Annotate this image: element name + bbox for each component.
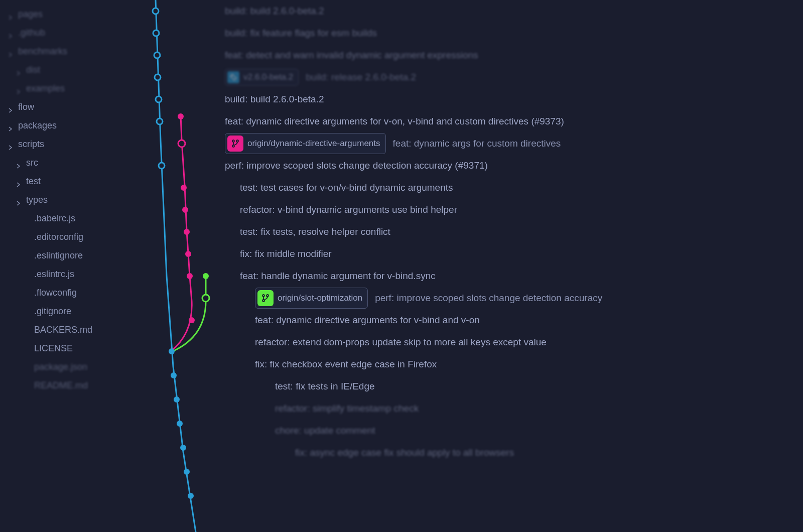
svg-point-20: [187, 273, 193, 279]
svg-point-1: [153, 30, 159, 36]
svg-point-7: [169, 348, 175, 354]
tree-item-packages[interactable]: packages: [0, 116, 141, 135]
commit-row[interactable]: feat: dynamic directive arguments for v-…: [221, 309, 803, 331]
commit-message: build: build 2.6.0-beta.2: [225, 94, 324, 105]
commit-message: feat: dynamic args for custom directives: [393, 138, 561, 149]
svg-point-26: [232, 145, 234, 147]
tree-item-gitignore[interactable]: .gitignore: [0, 302, 141, 321]
tree-item-examples[interactable]: examples: [0, 79, 141, 98]
commit-message: perf: improve scoped slots change detect…: [375, 293, 602, 304]
branch-badge[interactable]: origin/dynamic-directive-arguments: [225, 133, 386, 154]
tree-item-types[interactable]: types: [0, 191, 141, 209]
tree-item-flow[interactable]: flow: [0, 98, 141, 116]
tree-item-eslintrcjs[interactable]: .eslintrc.js: [0, 265, 141, 284]
commit-row[interactable]: fix: async edge case fix should apply to…: [221, 442, 803, 464]
commit-row[interactable]: fix: fix checkbox event edge case in Fir…: [221, 353, 803, 375]
tree-item-label: packages: [18, 120, 57, 131]
commit-message: feat: detect and warn invalid dynamic ar…: [225, 50, 478, 61]
tree-item-eslintignore[interactable]: .eslintignore: [0, 246, 141, 265]
commit-message: feat: handle dynamic argument for v-bind…: [240, 271, 436, 282]
tree-item-label: README.md: [34, 380, 88, 391]
svg-point-21: [189, 317, 195, 323]
tree-item-label: BACKERS.md: [34, 325, 92, 335]
chevron-right-icon: [8, 49, 13, 54]
svg-point-2: [154, 52, 160, 58]
branch-label: origin/dynamic-directive-arguments: [247, 139, 380, 149]
commit-list: build: build 2.6.0-beta.2build: fix feat…: [221, 0, 803, 532]
svg-point-28: [262, 295, 264, 297]
tree-item-packagejson[interactable]: package.json: [0, 358, 141, 376]
tag-icon: [227, 71, 239, 83]
commit-message: refactor: extend dom-props update skip t…: [255, 337, 547, 348]
tree-item-label: package.json: [34, 362, 87, 372]
svg-point-14: [178, 113, 184, 119]
tree-item-label: .flowconfig: [34, 288, 77, 298]
commit-message: build: release 2.6.0-beta.2: [306, 72, 416, 83]
commit-row[interactable]: origin/dynamic-directive-argumentsfeat: …: [221, 132, 803, 155]
git-graph-svg: [141, 0, 221, 532]
commit-row[interactable]: feat: dynamic directive arguments for v-…: [221, 110, 803, 132]
tag-badge[interactable]: v2.6.0-beta.2: [225, 69, 299, 86]
svg-point-17: [182, 207, 188, 213]
chevron-right-icon: [16, 198, 21, 203]
tree-item-label: .babelrc.js: [34, 213, 75, 224]
tree-item-label: scripts: [18, 139, 44, 150]
commit-row[interactable]: build: build 2.6.0-beta.2: [221, 0, 803, 22]
tree-item-label: examples: [26, 83, 65, 94]
commit-message: build: fix feature flags for esm builds: [225, 28, 377, 39]
chevron-right-icon: [8, 31, 13, 36]
tree-item-scripts[interactable]: scripts: [0, 135, 141, 154]
tree-item-editorconfig[interactable]: .editorconfig: [0, 228, 141, 246]
commit-row[interactable]: build: fix feature flags for esm builds: [221, 22, 803, 44]
commit-row[interactable]: perf: improve scoped slots change detect…: [221, 155, 803, 177]
commit-row[interactable]: test: fix tests, resolve helper conflict: [221, 221, 803, 243]
chevron-right-icon: [16, 179, 21, 184]
svg-point-8: [171, 372, 177, 378]
tree-item-babelrcjs[interactable]: .babelrc.js: [0, 209, 141, 228]
commit-row[interactable]: test: fix tests in IE/Edge: [221, 375, 803, 397]
commit-message: test: test cases for v-on/v-bind dynamic…: [240, 182, 453, 193]
svg-point-24: [231, 75, 232, 76]
svg-point-15: [178, 140, 185, 147]
tree-item-license[interactable]: LICENSE: [0, 339, 141, 358]
commit-row[interactable]: refactor: simplify timestamp check: [221, 397, 803, 420]
tree-item-src[interactable]: src: [0, 154, 141, 172]
tree-item-label: .github: [18, 28, 45, 38]
commit-row[interactable]: refactor: extend dom-props update skip t…: [221, 331, 803, 353]
tree-item-label: benchmarks: [18, 46, 67, 57]
svg-point-18: [184, 229, 190, 235]
commit-row[interactable]: build: build 2.6.0-beta.2: [221, 88, 803, 110]
commit-row[interactable]: origin/slot-optimizationperf: improve sc…: [221, 287, 803, 309]
svg-point-12: [184, 469, 190, 475]
svg-point-22: [203, 273, 209, 279]
commit-row[interactable]: chore: update comment: [221, 420, 803, 442]
tree-item-github[interactable]: .github: [0, 24, 141, 42]
commit-message: feat: dynamic directive arguments for v-…: [255, 315, 480, 326]
svg-point-23: [202, 295, 209, 302]
svg-point-16: [181, 185, 187, 191]
commit-message: refactor: v-bind dynamic arguments use b…: [240, 204, 457, 215]
chevron-right-icon: [8, 123, 13, 128]
commit-row[interactable]: v2.6.0-beta.2build: release 2.6.0-beta.2: [221, 66, 803, 88]
tree-item-label: src: [26, 158, 38, 168]
tree-item-benchmarks[interactable]: benchmarks: [0, 42, 141, 61]
branch-icon: [227, 136, 243, 152]
branch-badge[interactable]: origin/slot-optimization: [255, 288, 368, 309]
tree-item-test[interactable]: test: [0, 172, 141, 191]
tree-item-flowconfig[interactable]: .flowconfig: [0, 284, 141, 302]
commit-row[interactable]: feat: detect and warn invalid dynamic ar…: [221, 44, 803, 66]
commit-row[interactable]: refactor: v-bind dynamic arguments use b…: [221, 199, 803, 221]
tree-item-pages[interactable]: pages: [0, 5, 141, 24]
tree-item-dist[interactable]: dist: [0, 61, 141, 79]
tree-item-label: test: [26, 176, 41, 187]
commit-message: test: fix tests, resolve helper conflict: [240, 226, 390, 237]
commit-row[interactable]: feat: handle dynamic argument for v-bind…: [221, 265, 803, 287]
commit-row[interactable]: test: test cases for v-on/v-bind dynamic…: [221, 177, 803, 199]
commit-message: perf: improve scoped slots change detect…: [225, 160, 488, 171]
svg-point-0: [153, 8, 159, 14]
tree-item-readmemd[interactable]: README.md: [0, 376, 141, 395]
tree-item-backersmd[interactable]: BACKERS.md: [0, 321, 141, 339]
chevron-right-icon: [8, 12, 13, 17]
commit-row[interactable]: fix: fix middle modifier: [221, 243, 803, 265]
commit-message: build: build 2.6.0-beta.2: [225, 6, 324, 17]
